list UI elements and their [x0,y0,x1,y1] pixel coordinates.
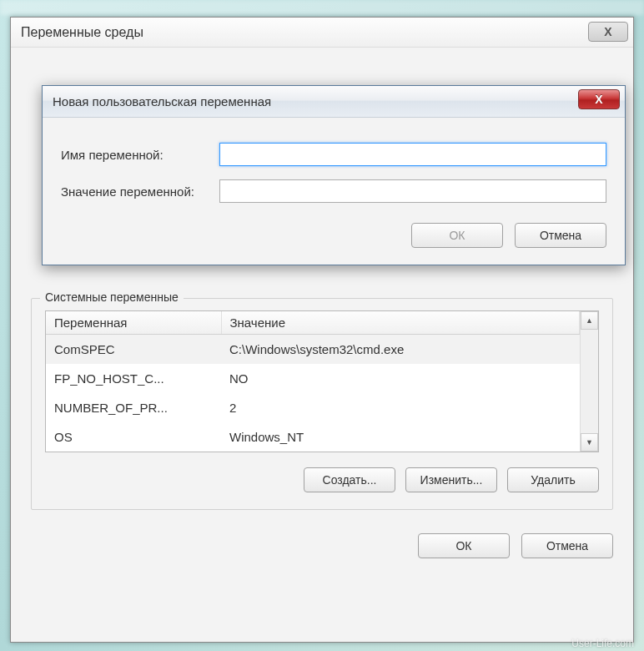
arrow-up-icon: ▲ [586,316,593,325]
var-name-label: Имя переменной: [61,148,219,162]
parent-title: Переменные среды [21,25,143,40]
cancel-button[interactable]: Отмена [521,533,613,558]
cell-val: C:\Windows\system32\cmd.exe [221,335,580,365]
parent-close-button[interactable]: X [588,22,628,42]
modal-titlebar[interactable]: Новая пользовательская переменная X [43,86,625,118]
ok-button[interactable]: ОК [418,533,510,558]
system-vars-table[interactable]: Переменная Значение ComSPEC C:\Windows\s… [46,311,580,452]
delete-button[interactable]: Удалить [507,467,599,492]
system-vars-groupbox: Системные переменные Переменная Значение… [31,298,613,510]
edit-button[interactable]: Изменить... [405,467,497,492]
cell-var: OS [46,422,221,452]
cell-var: FP_NO_HOST_C... [46,364,221,393]
modal-cancel-button[interactable]: Отмена [515,223,606,248]
var-value-label: Значение переменной: [61,184,219,199]
close-icon: X [604,25,611,38]
modal-close-button[interactable]: X [578,89,620,109]
modal-ok-button[interactable]: ОК [411,223,503,248]
cell-val: Windows_NT [221,422,580,452]
watermark: User-Life.com [571,638,634,649]
cell-val: NO [221,364,580,393]
col-variable[interactable]: Переменная [46,311,221,335]
new-user-var-dialog: Новая пользовательская переменная X Имя … [42,85,626,265]
system-vars-table-wrap: Переменная Значение ComSPEC C:\Windows\s… [45,310,599,452]
vertical-scrollbar[interactable]: ▲ ▼ [580,311,598,452]
cell-var: ComSPEC [46,335,221,365]
cell-var: NUMBER_OF_PR... [46,393,221,422]
table-row[interactable]: NUMBER_OF_PR... 2 [46,393,580,422]
var-value-input[interactable] [219,179,606,203]
modal-title: Новая пользовательская переменная [53,94,271,108]
scroll-track[interactable] [581,330,598,433]
table-row[interactable]: ComSPEC C:\Windows\system32\cmd.exe [46,335,580,365]
table-row[interactable]: OS Windows_NT [46,422,580,452]
scroll-down-button[interactable]: ▼ [581,433,598,452]
groupbox-title: Системные переменные [40,290,184,304]
scroll-up-button[interactable]: ▲ [581,311,598,330]
var-name-input[interactable] [219,143,606,166]
parent-titlebar[interactable]: Переменные среды X [11,18,633,48]
create-button[interactable]: Создать... [304,467,395,492]
col-value[interactable]: Значение [221,311,580,335]
modal-body: Имя переменной: Значение переменной: ОК … [43,118,625,265]
close-icon: X [595,93,602,106]
table-row[interactable]: FP_NO_HOST_C... NO [46,364,580,393]
cell-val: 2 [221,393,580,422]
arrow-down-icon: ▼ [586,438,593,447]
